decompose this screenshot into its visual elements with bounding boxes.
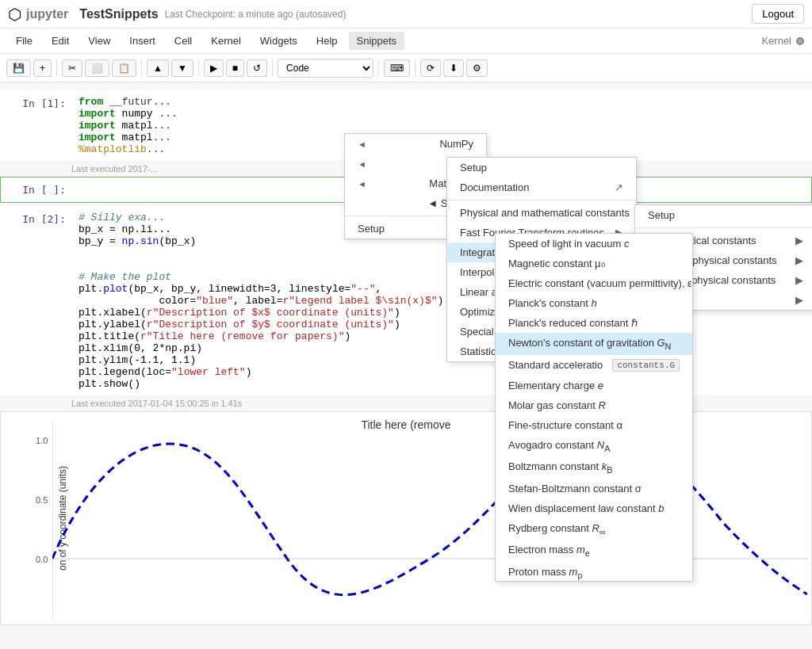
numpy-check: ◄	[358, 139, 366, 149]
menu-insert[interactable]: Insert	[121, 32, 163, 50]
menu-bar: File Edit View Insert Cell Kernel Widget…	[0, 29, 812, 54]
planck-constant[interactable]: Planck's constant h	[496, 293, 692, 313]
magnetic-constant-label: Magnetic constant μ₀	[508, 258, 605, 269]
fine-structure[interactable]: Fine-structure constant α	[496, 415, 692, 435]
electron-mass[interactable]: Electron mass me	[496, 540, 692, 562]
physical-constants-label: Physical and mathematical constants	[460, 207, 630, 219]
toolbar-separator-2	[141, 59, 142, 77]
restart-button[interactable]: ↺	[247, 59, 267, 77]
save-button[interactable]: 💾	[6, 59, 31, 77]
run-button[interactable]: ▶	[204, 59, 224, 77]
constants-list: Speed of light in vacuum c Magnetic cons…	[495, 233, 693, 582]
cut-button[interactable]: ✂	[62, 59, 82, 77]
proton-mass[interactable]: Proton mass mp	[496, 562, 692, 582]
wien[interactable]: Wien displacement law constant b	[496, 498, 692, 518]
setup-label: Setup	[358, 223, 385, 235]
menu-file[interactable]: File	[8, 32, 40, 50]
documentation-item[interactable]: Documentation ↗	[447, 178, 636, 197]
speed-of-light[interactable]: Speed of light in vacuum c	[496, 234, 692, 254]
cell-3-prompt: In [2]:	[1, 207, 72, 395]
setup-item-label: Setup	[460, 162, 487, 174]
settings-button[interactable]: ⚙	[466, 59, 488, 77]
newton-constant-label: Newton's constant of gravitation GN	[508, 337, 671, 351]
documentation-label: Documentation	[460, 181, 529, 193]
toolbar-separator-4	[272, 59, 273, 77]
wien-label: Wien displacement law constant b	[508, 502, 665, 514]
toolbar: 💾 + ✂ ⬜ 📋 ▲ ▼ ▶ ■ ↺ Code Markdown Raw NB…	[0, 54, 812, 82]
phys-separator	[635, 227, 812, 228]
move-up-button[interactable]: ▲	[147, 59, 169, 77]
y-tick-2: 0.5	[36, 495, 48, 505]
avogadro[interactable]: Avogadro constant NA	[496, 435, 692, 457]
copy-button[interactable]: ⬜	[85, 59, 109, 77]
paste-button[interactable]: 📋	[112, 59, 136, 77]
snippets-numpy[interactable]: ◄ NumPy	[345, 134, 486, 154]
fine-structure-label: Fine-structure constant α	[508, 419, 622, 431]
codata-arrow: ▶	[795, 274, 803, 286]
keyboard-shortcuts-button[interactable]: ⌨	[384, 59, 410, 77]
phys-setup-item[interactable]: Setup	[635, 205, 812, 225]
toolbar-separator-6	[415, 59, 416, 77]
sub-separator	[447, 200, 636, 200]
numpy-label: NumPy	[439, 138, 473, 150]
proton-mass-label: Proton mass mp	[508, 566, 582, 580]
elementary-charge[interactable]: Elementary charge e	[496, 376, 692, 395]
move-down-button[interactable]: ▼	[171, 59, 193, 77]
math-arrow: ▶	[795, 235, 803, 246]
menu-edit[interactable]: Edit	[44, 32, 77, 50]
scipy-check: ◄	[358, 159, 366, 169]
menu-cell[interactable]: Cell	[167, 32, 200, 50]
stefan-boltzmann-label: Stefan-Boltzmann constant σ	[508, 483, 642, 494]
menu-view[interactable]: View	[80, 32, 118, 50]
planck-reduced-label: Planck's reduced constant ℏ	[508, 317, 638, 329]
physical-constants-item[interactable]: Physical and mathematical constants ▶	[447, 203, 636, 223]
download-button[interactable]: ⬇	[443, 59, 464, 77]
toolbar-separator-3	[198, 59, 199, 77]
planck-reduced[interactable]: Planck's reduced constant ℏ	[496, 313, 692, 333]
cell-type-select[interactable]: Code Markdown Raw NBConvert	[278, 59, 373, 78]
boltzmann[interactable]: Boltzmann constant kB	[496, 456, 692, 479]
y-tick-3: 0.0	[36, 555, 48, 564]
avogadro-label: Avogadro constant NA	[508, 439, 610, 453]
setup-item[interactable]: Setup	[447, 158, 636, 178]
stefan-boltzmann[interactable]: Stefan-Boltzmann constant σ	[496, 479, 692, 498]
restart-run-button[interactable]: ⟳	[420, 59, 441, 77]
rydberg[interactable]: Rydberg constant R∞	[496, 518, 692, 540]
rydberg-label: Rydberg constant R∞	[508, 522, 606, 536]
electron-mass-label: Electron mass me	[508, 544, 590, 558]
jupyter-logo: ⬡ jupyter	[8, 5, 68, 24]
plot-svg	[52, 420, 807, 618]
phys-setup-label: Setup	[648, 209, 675, 221]
molar-gas-constant[interactable]: Molar gas constant R	[496, 395, 692, 415]
standard-acceleration[interactable]: Standard acceleratio constants.G	[496, 355, 692, 376]
toolbar-separator-5	[378, 59, 379, 77]
electric-constant[interactable]: Electric constant (vacuum permittivity),…	[496, 273, 692, 293]
toolbar-separator-1	[56, 59, 57, 77]
common-physical-arrow: ▶	[795, 254, 803, 266]
interrupt-button[interactable]: ■	[226, 59, 244, 77]
cell-2-prompt: In [ ]:	[1, 178, 72, 202]
add-cell-button[interactable]: +	[33, 59, 52, 77]
menu-widgets[interactable]: Widgets	[252, 32, 305, 50]
logout-button[interactable]: Logout	[752, 4, 804, 24]
y-tick-1: 1.0	[36, 436, 48, 445]
cell-1-prompt: In [1]:	[1, 91, 72, 160]
checkpoint-info: Last Checkpoint: a minute ago (autosaved…	[165, 9, 347, 20]
matplotlib-check: ◄	[358, 179, 366, 189]
jupyter-icon: ⬡	[8, 5, 21, 24]
notebook-name: TestSnippets	[79, 7, 158, 21]
magnetic-constant[interactable]: Magnetic constant μ₀	[496, 254, 692, 273]
planck-label: Planck's constant h	[508, 297, 597, 309]
standard-acceleration-label: Standard acceleratio	[508, 359, 603, 371]
top-bar: ⬡ jupyter TestSnippets Last Checkpoint: …	[0, 0, 812, 29]
newton-constant[interactable]: Newton's constant of gravitation GN	[496, 333, 692, 355]
units-arrow: ▶	[795, 294, 803, 306]
molar-gas-label: Molar gas constant R	[508, 399, 606, 411]
menu-kernel[interactable]: Kernel	[203, 32, 249, 50]
kernel-label: Kernel	[761, 35, 791, 47]
menu-help[interactable]: Help	[308, 32, 346, 50]
menu-snippets[interactable]: Snippets	[349, 32, 405, 50]
main-area: In [1]: from __futur... import numpy ...…	[0, 82, 812, 649]
boltzmann-label: Boltzmann constant kB	[508, 460, 613, 475]
constants-g-tooltip: constants.G	[612, 359, 680, 372]
